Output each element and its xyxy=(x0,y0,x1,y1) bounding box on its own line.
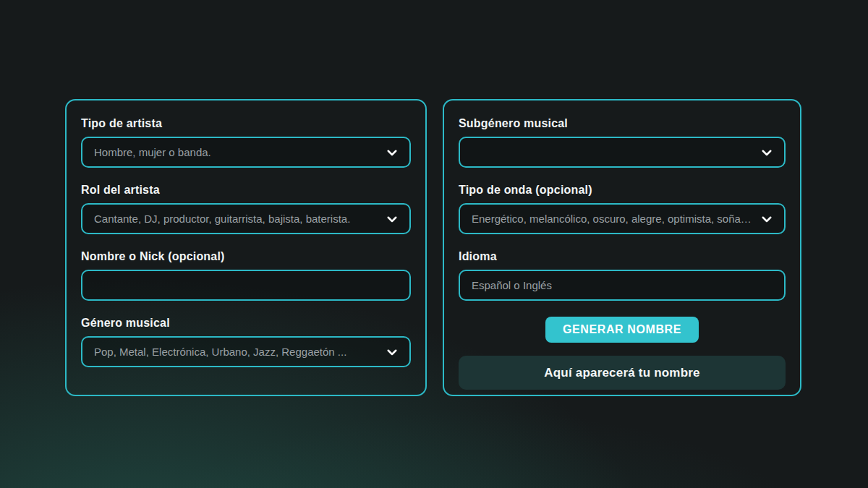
artist-type-select[interactable]: Hombre, mujer o banda. xyxy=(81,137,411,168)
field-artist-type: Tipo de artista Hombre, mujer o banda. xyxy=(81,116,411,168)
language-label: Idioma xyxy=(459,249,786,263)
chevron-down-icon xyxy=(386,213,399,226)
subgenre-select[interactable] xyxy=(459,137,786,168)
field-language: Idioma xyxy=(459,249,786,301)
nickname-label: Nombre o Nick (opcional) xyxy=(81,249,411,263)
field-artist-role: Rol del artista Cantante, DJ, productor,… xyxy=(81,183,411,234)
generate-name-button[interactable]: GENERAR NOMBRE xyxy=(545,317,699,343)
field-subgenre: Subgénero musical xyxy=(459,116,786,168)
artist-type-label: Tipo de artista xyxy=(81,116,411,130)
artist-type-placeholder: Hombre, mujer o banda. xyxy=(94,146,211,158)
artist-role-label: Rol del artista xyxy=(81,183,411,197)
artist-role-placeholder: Cantante, DJ, productor, guitarrista, ba… xyxy=(94,213,350,225)
nickname-input[interactable] xyxy=(81,270,411,301)
right-form-card: Subgénero musical Tipo de onda (opcional… xyxy=(443,99,801,396)
form-panels: Tipo de artista Hombre, mujer o banda. R… xyxy=(65,99,801,396)
field-vibe: Tipo de onda (opcional) Energético, mela… xyxy=(459,183,786,234)
vibe-label: Tipo de onda (opcional) xyxy=(459,183,786,197)
genre-placeholder: Pop, Metal, Electrónica, Urbano, Jazz, R… xyxy=(94,346,346,358)
vibe-select[interactable]: Energético, melancólico, oscuro, alegre,… xyxy=(459,203,786,234)
left-form-card: Tipo de artista Hombre, mujer o banda. R… xyxy=(65,99,427,396)
chevron-down-icon xyxy=(760,213,773,226)
chevron-down-icon xyxy=(760,146,773,159)
chevron-down-icon xyxy=(386,146,399,159)
subgenre-label: Subgénero musical xyxy=(459,116,786,130)
genre-select[interactable]: Pop, Metal, Electrónica, Urbano, Jazz, R… xyxy=(81,336,411,367)
vibe-placeholder: Energético, melancólico, oscuro, alegre,… xyxy=(472,213,752,225)
field-genre: Género musical Pop, Metal, Electrónica, … xyxy=(81,316,411,367)
genre-label: Género musical xyxy=(81,316,411,330)
field-nickname: Nombre o Nick (opcional) xyxy=(81,249,411,301)
artist-role-select[interactable]: Cantante, DJ, productor, guitarrista, ba… xyxy=(81,203,411,234)
result-box: Aquí aparecerá tu nombre xyxy=(459,356,786,390)
language-input[interactable] xyxy=(459,270,786,301)
chevron-down-icon xyxy=(386,346,399,359)
